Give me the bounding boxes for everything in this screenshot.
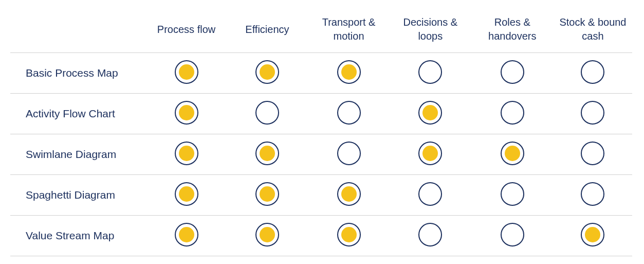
- filled-circle-icon: [175, 223, 198, 247]
- table-cell: [227, 134, 308, 175]
- filled-circle-icon: [255, 142, 279, 165]
- table-cell: [146, 134, 226, 175]
- table-cell: [471, 53, 554, 94]
- table-cell: [308, 216, 390, 256]
- table-cell: [554, 175, 632, 216]
- header-spacer: [10, 10, 146, 53]
- empty-circle-icon: [337, 142, 361, 165]
- empty-circle-icon: [501, 101, 524, 125]
- column-header: Transport & motion: [308, 10, 390, 53]
- filled-circle-icon: [418, 142, 442, 165]
- table-cell: [554, 53, 632, 94]
- comparison-table: Process flow Efficiency Transport & moti…: [10, 10, 632, 256]
- table-cell: [390, 53, 471, 94]
- table-cell: [308, 175, 390, 216]
- row-label: Basic Process Map: [10, 53, 146, 94]
- table-cell: [146, 216, 226, 256]
- table-row: Swimlane Diagram: [10, 134, 632, 175]
- empty-circle-icon: [418, 182, 442, 206]
- filled-circle-icon: [175, 182, 198, 206]
- filled-circle-icon: [418, 101, 442, 125]
- table-cell: [554, 94, 632, 134]
- table-cell: [390, 175, 471, 216]
- empty-circle-icon: [501, 223, 524, 247]
- row-label: Swimlane Diagram: [10, 134, 146, 175]
- filled-circle-icon: [175, 101, 198, 125]
- table-cell: [554, 216, 632, 256]
- row-label: Spaghetti Diagram: [10, 175, 146, 216]
- table-cell: [227, 175, 308, 216]
- table-cell: [471, 216, 554, 256]
- row-label: Value Stream Map: [10, 216, 146, 256]
- table-cell: [554, 134, 632, 175]
- table-row: Activity Flow Chart: [10, 94, 632, 134]
- filled-circle-icon: [255, 182, 279, 206]
- column-header: Process flow: [146, 10, 226, 53]
- table-cell: [390, 216, 471, 256]
- table-cell: [390, 134, 471, 175]
- table-header-row: Process flow Efficiency Transport & moti…: [10, 10, 632, 53]
- row-label: Activity Flow Chart: [10, 94, 146, 134]
- table-row: Value Stream Map: [10, 216, 632, 256]
- empty-circle-icon: [501, 182, 524, 206]
- table-cell: [146, 53, 226, 94]
- column-header: Roles & handovers: [471, 10, 554, 53]
- table-row: Spaghetti Diagram: [10, 175, 632, 216]
- table-cell: [227, 94, 308, 134]
- table-cell: [471, 94, 554, 134]
- empty-circle-icon: [501, 60, 524, 84]
- filled-circle-icon: [175, 142, 198, 165]
- table-cell: [227, 216, 308, 256]
- column-header: Stock & bound cash: [554, 10, 632, 53]
- table-cell: [308, 94, 390, 134]
- filled-circle-icon: [255, 60, 279, 84]
- table-cell: [227, 53, 308, 94]
- column-header: Decisions & loops: [390, 10, 471, 53]
- empty-circle-icon: [581, 182, 604, 206]
- empty-circle-icon: [255, 101, 279, 125]
- table-row: Basic Process Map: [10, 53, 632, 94]
- filled-circle-icon: [501, 142, 524, 165]
- empty-circle-icon: [581, 142, 604, 165]
- empty-circle-icon: [581, 101, 604, 125]
- column-header: Efficiency: [227, 10, 308, 53]
- empty-circle-icon: [337, 101, 361, 125]
- table-cell: [146, 175, 226, 216]
- table-cell: [390, 94, 471, 134]
- empty-circle-icon: [418, 223, 442, 247]
- table-cell: [308, 134, 390, 175]
- filled-circle-icon: [337, 60, 361, 84]
- filled-circle-icon: [581, 223, 604, 247]
- filled-circle-icon: [255, 223, 279, 247]
- empty-circle-icon: [581, 60, 604, 84]
- filled-circle-icon: [337, 182, 361, 206]
- filled-circle-icon: [337, 223, 361, 247]
- filled-circle-icon: [175, 60, 198, 84]
- empty-circle-icon: [418, 60, 442, 84]
- table-cell: [308, 53, 390, 94]
- table-cell: [471, 175, 554, 216]
- table-cell: [146, 94, 226, 134]
- table-cell: [471, 134, 554, 175]
